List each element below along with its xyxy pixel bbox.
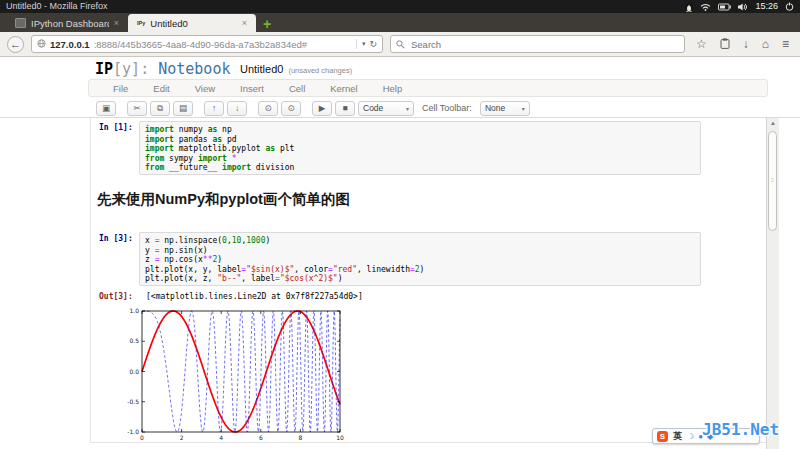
svg-text:8: 8 [298, 434, 302, 441]
reload-icon[interactable]: ↻ [369, 39, 377, 49]
svg-text:0.0: 0.0 [129, 368, 139, 375]
menu-view[interactable]: View [195, 83, 215, 94]
scrollbar-thumb[interactable]: ≡ [768, 131, 777, 231]
tab-ipython-dashboard[interactable]: IPython Dashboard × [6, 14, 128, 32]
linux-penguin-icon[interactable] [685, 2, 693, 12]
home-icon[interactable]: ⌂ [762, 38, 769, 50]
svg-text:1.0: 1.0 [129, 307, 139, 314]
svg-text:-1.0: -1.0 [127, 428, 139, 435]
volume-icon[interactable] [738, 3, 748, 11]
svg-text:-0.5: -0.5 [127, 398, 139, 405]
url-path: :8888/445b3665-4aa8-4d90-96da-a7a3b2a834… [94, 39, 352, 50]
notebook-container: In [1]: import numpy as npimport pandas … [90, 118, 767, 443]
downloads-icon[interactable]: ↓ [743, 38, 749, 50]
window-title: Untitled0 - Mozilla Firefox [6, 0, 108, 13]
ipython-logo[interactable]: IP[y]: Notebook [95, 60, 230, 78]
chevron-down-icon: ▾ [406, 105, 409, 112]
menu-file[interactable]: File [113, 83, 128, 94]
chevron-down-icon: ▾ [522, 105, 525, 112]
select-next-cell-button[interactable]: ⊙ [281, 101, 301, 116]
window-titlebar: Untitled0 - Mozilla Firefox 15:26 [0, 0, 800, 13]
screen: Untitled0 - Mozilla Firefox 15:26 IPytho… [0, 0, 800, 449]
cell-type-select[interactable]: Code▾ [358, 101, 414, 116]
search-icon [396, 35, 405, 53]
url-host: 127.0.0.1 [50, 39, 90, 50]
svg-text:4: 4 [219, 434, 223, 441]
power-icon[interactable] [785, 2, 794, 11]
menu-hamburger-icon[interactable]: ≡ [782, 38, 789, 50]
tab-label: Untitled0 [150, 18, 236, 29]
wifi-icon[interactable] [700, 3, 711, 11]
output-text-3: [<matplotlib.lines.Line2D at 0x7f8f227a5… [146, 292, 363, 301]
menu-edit[interactable]: Edit [153, 83, 169, 94]
moon-icon[interactable]: ☽ [687, 432, 694, 441]
browser-navbar: ← 127.0.0.1 :8888/445b3665-4aa8-4d90-96d… [0, 32, 800, 57]
output-prompt-3: Out[3]: [99, 292, 133, 301]
notebook-title[interactable]: Untitled0 [240, 63, 283, 75]
system-tray: 15:26 [685, 0, 794, 13]
search-input[interactable] [409, 38, 679, 51]
code-cell-3[interactable]: x = np.linspace(0,10,1000)y = np.sin(x)z… [139, 232, 701, 286]
scrollbar-track[interactable]: ▲ ≡ [766, 118, 779, 449]
move-cell-up-button[interactable]: ↑ [204, 101, 224, 116]
tab-close-icon[interactable]: × [114, 19, 119, 28]
bookmark-star-icon[interactable]: ☆ [696, 38, 707, 50]
ipy-favicon: IPy [137, 20, 145, 26]
svg-text:0: 0 [140, 434, 144, 441]
interrupt-kernel-button[interactable]: ■ [335, 101, 355, 116]
paste-cell-button[interactable]: ▤ [173, 101, 193, 116]
browser-tab-bar: IPython Dashboard × IPy Untitled0 × + [0, 13, 800, 32]
notebook-save-status: (unsaved changes) [288, 66, 352, 75]
notebook-menubar: FileEditViewInsertCellKernelHelp [88, 79, 768, 97]
sogou-logo-icon[interactable]: S [657, 431, 668, 442]
notebook-toolbar: ▣✂⧉▤↑↓⊙⊙▶■Code▾Cell Toolbar:None▾ [96, 100, 530, 116]
clock[interactable]: 15:26 [755, 0, 778, 13]
svg-text:10: 10 [336, 434, 344, 441]
tab-untitled0[interactable]: IPy Untitled0 × [128, 14, 256, 32]
search-bar[interactable] [390, 35, 685, 53]
matplotlib-plot: 0246810-1.0-0.50.00.51.0 [124, 304, 354, 442]
svg-text:2: 2 [180, 434, 184, 441]
ime-mode-indicator[interactable]: 英 [673, 430, 682, 443]
move-cell-down-button[interactable]: ↓ [227, 101, 247, 116]
svg-text:6: 6 [259, 434, 263, 441]
watermark: JB51.Net [702, 420, 779, 439]
bookmarks-clipboard-icon[interactable] [720, 38, 730, 51]
cell-toolbar-select[interactable]: None▾ [480, 101, 530, 116]
select-prev-cell-button[interactable]: ⊙ [258, 101, 278, 116]
scrollbar-grip: ≡ [769, 132, 776, 228]
code-cell-1[interactable]: import numpy as npimport pandas as pdimp… [139, 121, 701, 175]
menu-help[interactable]: Help [383, 83, 403, 94]
back-button[interactable]: ← [7, 36, 24, 53]
scrollbar-up-arrow[interactable]: ▲ [767, 118, 779, 128]
url-bar[interactable]: 127.0.0.1 :8888/445b3665-4aa8-4d90-96da-… [31, 35, 383, 53]
menu-insert[interactable]: Insert [240, 83, 264, 94]
new-tab-button[interactable]: + [263, 16, 271, 32]
globe-icon [37, 39, 46, 50]
input-prompt-1: In [1]: [99, 123, 133, 132]
notebook-page: IP[y]: Notebook Untitled0 (unsaved chang… [0, 58, 800, 449]
svg-text:0.5: 0.5 [129, 337, 139, 344]
url-dropdown-icon[interactable]: ▾ [362, 40, 366, 48]
cell-toolbar-label: Cell Toolbar: [422, 103, 472, 113]
battery-icon[interactable] [718, 3, 731, 11]
markdown-heading[interactable]: 先来使用NumPy和pyplot画个简单的图 [97, 190, 350, 209]
run-cell-button[interactable]: ▶ [312, 101, 332, 116]
cut-cell-button[interactable]: ✂ [127, 101, 147, 116]
menu-cell[interactable]: Cell [289, 83, 305, 94]
tab-label: IPython Dashboard [31, 18, 109, 29]
copy-cell-button[interactable]: ⧉ [150, 101, 170, 116]
menu-kernel[interactable]: Kernel [330, 83, 357, 94]
tab-close-icon[interactable]: × [242, 19, 247, 28]
dashboard-favicon [15, 18, 26, 28]
input-prompt-3: In [3]: [99, 234, 133, 243]
plot-svg: 0246810-1.0-0.50.00.51.0 [124, 304, 354, 442]
save-button[interactable]: ▣ [96, 101, 116, 116]
